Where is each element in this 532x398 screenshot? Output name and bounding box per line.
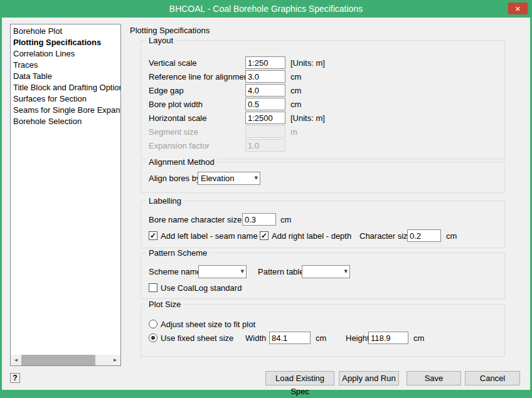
pattern-dropdowns-row: Scheme name ▾ Pattern table ▾ xyxy=(149,265,497,278)
edge-gap-input[interactable] xyxy=(245,84,285,97)
chevron-down-icon: ▾ xyxy=(240,267,244,275)
horizontal-scale-unit: [Units: m] xyxy=(290,113,325,123)
bore-name-size-input[interactable] xyxy=(242,213,276,226)
expansion-factor-row: Expansion factor xyxy=(149,139,497,152)
bore-plot-width-unit: cm xyxy=(290,100,301,109)
segment-size-label: Segment size xyxy=(149,127,198,137)
chevron-down-icon: ▾ xyxy=(344,267,348,275)
align-bores-row: Align bores by Elevation ▾ xyxy=(149,172,497,185)
height-unit: cm xyxy=(413,333,424,343)
close-button[interactable]: × xyxy=(508,3,528,14)
use-coallog-standard-checkbox[interactable] xyxy=(149,283,157,292)
pattern-scheme-group: Pattern Scheme Scheme name ▾ Pattern tab… xyxy=(141,253,505,299)
adjust-sheet-size-row: Adjust sheet size to fit plot xyxy=(149,318,497,331)
vertical-scale-label: Vertical scale xyxy=(149,58,197,68)
edge-gap-unit: cm xyxy=(290,86,301,95)
width-label: Width xyxy=(245,333,266,343)
pattern-scheme-group-title: Pattern Scheme xyxy=(146,248,210,258)
reference-line-label: Reference line for alignment xyxy=(149,72,251,81)
scroll-left-icon: ◄ xyxy=(14,357,19,363)
help-icon: ? xyxy=(13,374,17,382)
scroll-left-button[interactable]: ◄ xyxy=(11,355,21,365)
add-left-label-text[interactable]: Add left label - seam name xyxy=(161,231,258,241)
chevron-down-icon: ▾ xyxy=(254,174,258,182)
character-size-label: Character size xyxy=(359,231,412,241)
sidebar-item-data-table[interactable]: Data Table xyxy=(11,71,120,82)
adjust-sheet-size-radio[interactable] xyxy=(149,320,157,328)
dialog-content: Borehole Plot Plotting Specifications Co… xyxy=(2,18,530,390)
scrollbar-thumb[interactable] xyxy=(21,355,95,365)
bore-name-size-label: Bore name character size xyxy=(149,215,242,224)
window-title: BHCOAL - Coal Borehole Graphics Specific… xyxy=(0,4,532,14)
sidebar-item-correlation-lines[interactable]: Correlation Lines xyxy=(11,48,120,60)
bore-plot-width-row: Bore plot width cm xyxy=(149,98,497,111)
scroll-right-icon: ► xyxy=(113,357,118,363)
character-size-unit: cm xyxy=(446,231,457,241)
edge-gap-row: Edge gap cm xyxy=(149,84,497,97)
coallog-standard-row: Use CoalLog standard xyxy=(149,281,497,295)
cancel-button[interactable]: Cancel xyxy=(465,371,520,385)
add-left-label-checkbox[interactable]: ✓ xyxy=(149,231,157,240)
scheme-name-dropdown[interactable]: ▾ xyxy=(198,265,247,278)
fixed-sheet-size-text[interactable]: Use fixed sheet size xyxy=(161,333,233,343)
labelling-group-title: Labelling xyxy=(146,196,184,206)
segment-size-unit: m xyxy=(290,127,297,137)
scroll-right-button[interactable]: ► xyxy=(110,355,120,365)
bore-plot-width-input[interactable] xyxy=(245,98,285,110)
align-bores-by-dropdown[interactable]: Elevation ▾ xyxy=(198,172,260,185)
page-title: Plotting Specifications xyxy=(130,26,210,35)
sidebar-item-surfaces-for-section[interactable]: Surfaces for Section xyxy=(11,93,120,105)
sidebar-item-borehole-selection[interactable]: Borehole Selection xyxy=(11,116,120,127)
add-right-label-text[interactable]: Add right label - depth xyxy=(272,231,351,241)
sidebar-item-plotting-specifications[interactable]: Plotting Specifications xyxy=(11,37,120,48)
reference-line-unit: cm xyxy=(290,72,301,81)
pattern-table-dropdown[interactable]: ▾ xyxy=(302,265,350,278)
align-bores-by-value: Elevation xyxy=(201,174,248,183)
height-input[interactable] xyxy=(368,332,408,344)
fixed-sheet-size-radio[interactable] xyxy=(149,333,157,342)
check-icon: ✓ xyxy=(261,232,267,239)
sidebar-item-title-block[interactable]: Title Block and Drafting Options xyxy=(11,82,120,93)
category-list: Borehole Plot Plotting Specifications Co… xyxy=(11,24,120,127)
vertical-scale-input[interactable] xyxy=(245,56,285,69)
adjust-sheet-size-text[interactable]: Adjust sheet size to fit plot xyxy=(161,320,255,329)
layout-group: Layout Vertical scale [Units: m] Referen… xyxy=(141,40,505,159)
character-size-input[interactable] xyxy=(407,229,441,242)
fixed-sheet-size-row: Use fixed sheet size Width cm Height cm xyxy=(149,332,497,345)
listbox-horizontal-scrollbar[interactable]: ◄ ► xyxy=(11,355,120,365)
width-input[interactable] xyxy=(269,332,311,344)
reference-line-row: Reference line for alignment cm xyxy=(149,70,497,83)
use-coallog-standard-text[interactable]: Use CoalLog standard xyxy=(161,283,242,293)
dialog-window: BHCOAL - Coal Borehole Graphics Specific… xyxy=(0,0,532,398)
category-listbox: Borehole Plot Plotting Specifications Co… xyxy=(10,24,121,366)
bore-name-size-unit: cm xyxy=(280,215,291,224)
load-existing-spec-button[interactable]: Load Existing Spec xyxy=(265,371,334,385)
horizontal-scale-input[interactable] xyxy=(245,112,285,124)
edge-gap-label: Edge gap xyxy=(149,86,184,95)
segment-size-row: Segment size m xyxy=(149,125,497,139)
bore-name-size-row: Bore name character size cm xyxy=(149,213,497,226)
align-bores-by-label: Align bores by xyxy=(149,174,200,183)
help-button[interactable]: ? xyxy=(10,373,20,383)
sidebar-item-borehole-plot[interactable]: Borehole Plot xyxy=(11,26,120,37)
bore-plot-width-label: Bore plot width xyxy=(149,100,203,109)
save-button[interactable]: Save xyxy=(407,371,461,385)
expansion-factor-input xyxy=(245,139,285,152)
sidebar-item-seams-single-bore[interactable]: Seams for Single Bore Expansion xyxy=(11,105,120,116)
labelling-group: Labelling Bore name character size cm ✓ … xyxy=(141,201,505,248)
sidebar-item-traces[interactable]: Traces xyxy=(11,60,120,71)
horizontal-scale-row: Horizontal scale [Units: m] xyxy=(149,112,497,125)
titlebar[interactable]: BHCOAL - Coal Borehole Graphics Specific… xyxy=(0,0,532,18)
height-label: Height xyxy=(346,333,370,343)
apply-and-run-button[interactable]: Apply and Run xyxy=(339,371,399,385)
scheme-name-label: Scheme name xyxy=(149,267,201,276)
layout-group-title: Layout xyxy=(146,36,176,45)
reference-line-input[interactable] xyxy=(245,70,285,83)
plot-size-group: Plot Size Adjust sheet size to fit plot … xyxy=(141,304,505,357)
close-icon: × xyxy=(515,3,521,14)
width-unit: cm xyxy=(316,333,326,343)
vertical-scale-row: Vertical scale [Units: m] xyxy=(149,56,497,70)
check-icon: ✓ xyxy=(150,232,156,239)
expansion-factor-label: Expansion factor xyxy=(149,141,210,150)
add-right-label-checkbox[interactable]: ✓ xyxy=(260,231,269,240)
